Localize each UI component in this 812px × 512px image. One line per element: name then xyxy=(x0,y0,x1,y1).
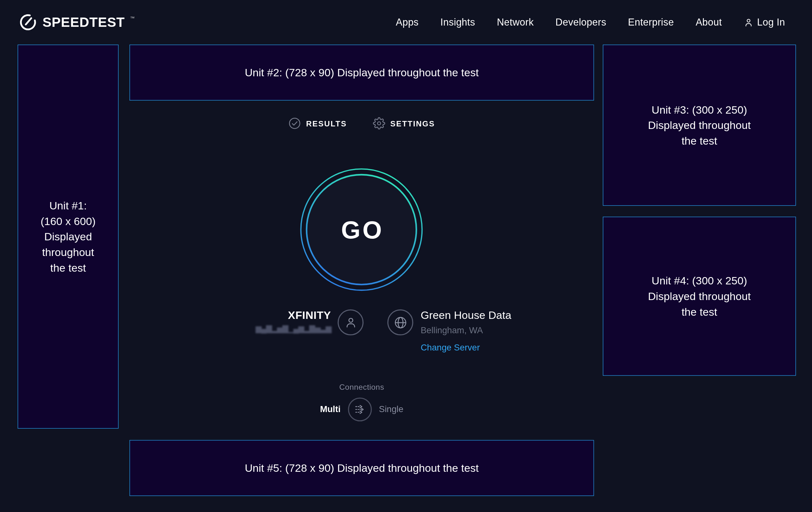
speedtest-page: SPEEDTEST™ Apps Insights Network Develop… xyxy=(0,0,812,512)
nav-item-apps[interactable]: Apps xyxy=(396,17,419,28)
ad-unit-2[interactable]: Unit #2: (728 x 90) Displayed throughout… xyxy=(129,45,594,101)
logo-wordmark: SPEEDTEST xyxy=(42,15,125,30)
ad-unit-1-text: Unit #1: (160 x 600) Displayed throughou… xyxy=(40,197,95,275)
connections-toggle-button[interactable] xyxy=(348,397,372,421)
top-nav: SPEEDTEST™ Apps Insights Network Develop… xyxy=(0,0,812,45)
test-meta-row: XFINITY ▆▄▇▂▅▇▁▄▆▂▇▅▃▆ Green House Data … xyxy=(151,308,615,353)
multi-arrows-icon xyxy=(353,403,367,416)
ad-unit-3[interactable]: Unit #3: (300 x 250) Displayed throughou… xyxy=(603,45,796,206)
connections-single-label[interactable]: Single xyxy=(379,404,403,415)
tab-bar: RESULTS SETTINGS xyxy=(129,115,594,132)
gear-icon xyxy=(373,117,385,130)
nav-item-insights[interactable]: Insights xyxy=(440,17,475,28)
server-location: Bellingham, WA xyxy=(421,326,483,336)
login-button[interactable]: Log In xyxy=(744,17,785,28)
connections-row: Multi Single xyxy=(320,397,403,421)
login-label: Log In xyxy=(757,17,785,28)
nav-item-about[interactable]: About xyxy=(696,17,722,28)
nav-item-enterprise[interactable]: Enterprise xyxy=(628,17,674,28)
change-server-link[interactable]: Change Server xyxy=(421,343,480,353)
ad-unit-4-text: Unit #4: (300 x 250) Displayed throughou… xyxy=(648,273,751,320)
go-button[interactable]: GO xyxy=(299,167,424,292)
nav-links: Apps Insights Network Developers Enterpr… xyxy=(396,17,785,28)
tab-settings[interactable]: SETTINGS xyxy=(373,117,435,130)
user-icon xyxy=(744,17,754,27)
go-button-label: GO xyxy=(299,167,424,292)
connections-label: Connections xyxy=(339,382,384,392)
tab-results[interactable]: RESULTS xyxy=(288,117,347,130)
ad-unit-5[interactable]: Unit #5: (728 x 90) Displayed throughout… xyxy=(129,440,594,496)
trademark-mark: ™ xyxy=(130,16,135,21)
server-name: Green House Data xyxy=(421,308,511,322)
nav-item-network[interactable]: Network xyxy=(497,17,533,28)
tab-results-label: RESULTS xyxy=(306,119,347,128)
tab-settings-label: SETTINGS xyxy=(390,119,435,128)
ad-unit-4[interactable]: Unit #4: (300 x 250) Displayed throughou… xyxy=(603,217,796,376)
ad-unit-1[interactable]: Unit #1: (160 x 600) Displayed throughou… xyxy=(18,45,119,429)
isp-info: XFINITY ▆▄▇▂▅▇▁▄▆▂▇▅▃▆ xyxy=(256,308,331,332)
server-info: Green House Data Bellingham, WA Change S… xyxy=(421,308,511,353)
connections-multi-label[interactable]: Multi xyxy=(320,404,341,415)
ad-unit-3-text: Unit #3: (300 x 250) Displayed throughou… xyxy=(648,102,751,149)
ad-unit-2-text: Unit #2: (728 x 90) Displayed throughout… xyxy=(244,65,479,80)
masked-ip: ▆▄▇▂▅▇▁▄▆▂▇▅▃▆ xyxy=(256,325,331,332)
connections-section: Connections Multi Single xyxy=(129,382,594,421)
speedtest-gauge-icon xyxy=(18,12,38,32)
check-circle-icon xyxy=(288,117,301,130)
logo[interactable]: SPEEDTEST™ xyxy=(18,12,134,32)
server-globe-icon xyxy=(387,309,413,335)
ad-unit-5-text: Unit #5: (728 x 90) Displayed throughout… xyxy=(244,460,479,476)
isp-user-icon xyxy=(338,309,364,335)
nav-item-developers[interactable]: Developers xyxy=(556,17,606,28)
isp-name: XFINITY xyxy=(288,308,331,322)
